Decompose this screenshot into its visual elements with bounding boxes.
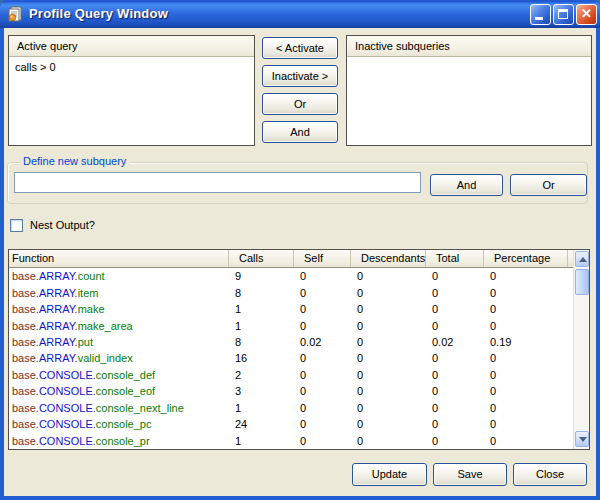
self-cell: 0 [293, 287, 350, 299]
function-cell: base.ARRAY.put [9, 336, 228, 348]
scrollbar-up-button[interactable] [575, 251, 589, 267]
inactivate-button[interactable]: Inactivate > [262, 65, 338, 87]
table-row[interactable]: base.ARRAY.item80000 [9, 284, 573, 300]
self-cell: 0 [293, 435, 350, 447]
define-subquery-label: Define new subquery [19, 155, 130, 167]
self-cell: 0 [293, 385, 350, 397]
dialog-body: Active query calls > 0 < Activate Inacti… [4, 28, 596, 496]
descendants-cell: 0 [350, 369, 425, 381]
total-cell: 0 [425, 402, 483, 414]
calls-cell: 2 [228, 369, 293, 381]
percentage-cell: 0 [483, 418, 567, 430]
descendants-cell: 0 [350, 336, 425, 348]
active-query-panel: Active query calls > 0 [8, 35, 255, 146]
save-button[interactable]: Save [433, 463, 507, 486]
table-row[interactable]: base.CONSOLE.console_def20000 [9, 367, 573, 383]
function-cell: base.CONSOLE.console_next_line [9, 402, 228, 414]
table-body: base.ARRAY.count90000base.ARRAY.item8000… [9, 268, 573, 449]
inactive-subqueries-header: Inactive subqueries [347, 36, 591, 57]
column-header-percentage[interactable]: Percentage [483, 250, 567, 267]
descendants-cell: 0 [350, 418, 425, 430]
percentage-cell: 0 [483, 287, 567, 299]
table-row[interactable]: base.ARRAY.make_area10000 [9, 317, 573, 333]
table-row[interactable]: base.ARRAY.valid_index160000 [9, 350, 573, 366]
table-row[interactable]: base.ARRAY.put80.0200.020.19 [9, 334, 573, 350]
descendants-cell: 0 [350, 352, 425, 364]
calls-cell: 1 [228, 402, 293, 414]
scrollbar-down-button[interactable] [575, 431, 589, 447]
calls-cell: 1 [228, 320, 293, 332]
query-list-item[interactable]: calls > 0 [9, 57, 254, 73]
function-cell: base.ARRAY.make_area [9, 320, 228, 332]
calls-cell: 1 [228, 303, 293, 315]
function-cell: base.ARRAY.item [9, 287, 228, 299]
calls-cell: 9 [228, 270, 293, 282]
total-cell: 0 [425, 287, 483, 299]
app-icon [7, 6, 23, 22]
column-header-self[interactable]: Self [293, 250, 350, 267]
scroll-down-icon [579, 437, 587, 442]
self-cell: 0 [293, 320, 350, 332]
column-header-calls[interactable]: Calls [228, 250, 293, 267]
percentage-cell: 0 [483, 303, 567, 315]
calls-cell: 8 [228, 287, 293, 299]
self-cell: 0 [293, 402, 350, 414]
close-dialog-button[interactable]: Close [513, 463, 587, 486]
descendants-cell: 0 [350, 287, 425, 299]
window-title: Profile Query Window [29, 6, 168, 21]
self-cell: 0 [293, 270, 350, 282]
column-header-descendants[interactable]: Descendants [350, 250, 425, 267]
minimize-button[interactable] [530, 4, 551, 25]
nest-output-label: Nest Output? [30, 219, 95, 231]
calls-cell: 3 [228, 385, 293, 397]
subquery-input[interactable] [14, 172, 421, 193]
scroll-up-icon [579, 257, 587, 262]
total-cell: 0 [425, 435, 483, 447]
update-button[interactable]: Update [352, 463, 427, 486]
self-cell: 0.02 [293, 336, 350, 348]
self-cell: 0 [293, 418, 350, 430]
total-cell: 0 [425, 418, 483, 430]
total-cell: 0 [425, 303, 483, 315]
vertical-scrollbar[interactable] [573, 250, 589, 449]
descendants-cell: 0 [350, 435, 425, 447]
descendants-cell: 0 [350, 270, 425, 282]
activate-button[interactable]: < Activate [262, 37, 338, 59]
scrollbar-thumb[interactable] [575, 269, 589, 295]
maximize-button[interactable] [553, 4, 574, 25]
function-cell: base.CONSOLE.console_def [9, 369, 228, 381]
subquery-or-button[interactable]: Or [510, 174, 587, 196]
percentage-cell: 0 [483, 270, 567, 282]
total-cell: 0 [425, 320, 483, 332]
table-row[interactable]: base.ARRAY.make10000 [9, 301, 573, 317]
table-row[interactable]: base.CONSOLE.console_pr10000 [9, 432, 573, 448]
self-cell: 0 [293, 369, 350, 381]
minimize-icon [535, 17, 543, 20]
self-cell: 0 [293, 352, 350, 364]
active-query-list[interactable]: calls > 0 [9, 57, 254, 73]
column-header-total[interactable]: Total [425, 250, 483, 267]
column-header-function[interactable]: Function [9, 250, 228, 267]
percentage-cell: 0.19 [483, 336, 567, 348]
nest-output-checkbox[interactable] [10, 219, 23, 232]
and-transfer-button[interactable]: And [262, 121, 338, 143]
table-row[interactable]: base.CONSOLE.console_pc240000 [9, 416, 573, 432]
title-bar[interactable]: Profile Query Window ✕ [0, 0, 600, 28]
calls-cell: 1 [228, 435, 293, 447]
function-cell: base.CONSOLE.console_pr [9, 435, 228, 447]
table-row[interactable]: base.ARRAY.count90000 [9, 268, 573, 284]
close-button[interactable]: ✕ [576, 4, 597, 25]
subquery-and-button[interactable]: And [430, 174, 503, 196]
table-header-row: Function Calls Self Descendants Total Pe… [9, 250, 589, 268]
function-cell: base.CONSOLE.console_pc [9, 418, 228, 430]
calls-cell: 16 [228, 352, 293, 364]
or-transfer-button[interactable]: Or [262, 93, 338, 115]
total-cell: 0 [425, 352, 483, 364]
table-row[interactable]: base.CONSOLE.console_eof30000 [9, 383, 573, 399]
close-icon: ✕ [577, 6, 596, 21]
function-cell: base.ARRAY.make [9, 303, 228, 315]
total-cell: 0 [425, 385, 483, 397]
percentage-cell: 0 [483, 369, 567, 381]
calls-cell: 24 [228, 418, 293, 430]
table-row[interactable]: base.CONSOLE.console_next_line10000 [9, 400, 573, 416]
